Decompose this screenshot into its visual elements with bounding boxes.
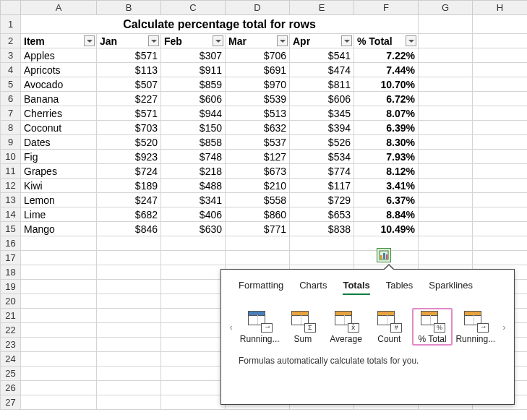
row-header[interactable]: 1 [1, 15, 21, 34]
table-row[interactable]: 5Avocado$507$859$970$81110.70% [1, 77, 528, 92]
cell-pct[interactable]: 7.44% [354, 63, 419, 77]
cell-mar[interactable]: $632 [226, 121, 290, 135]
cell-pct[interactable]: 8.84% [354, 207, 419, 222]
cell-item[interactable]: Lemon [21, 193, 97, 207]
cell-apr[interactable]: $541 [290, 48, 354, 63]
cell-apr[interactable]: $474 [290, 63, 354, 77]
row-header[interactable]: 24 [1, 352, 21, 367]
cell-apr[interactable]: $345 [290, 106, 354, 121]
row-header[interactable]: 19 [1, 280, 21, 294]
table-row[interactable]: 17 [1, 251, 528, 265]
cell-pct[interactable]: 10.49% [354, 222, 419, 236]
row-header[interactable]: 16 [1, 236, 21, 251]
scroll-right-button[interactable]: › [499, 322, 510, 333]
cell-mar[interactable]: $970 [226, 77, 290, 92]
row-header[interactable]: 4 [1, 63, 21, 77]
header-pct[interactable]: % Total [354, 34, 419, 48]
cell-mar[interactable]: $539 [226, 92, 290, 106]
option-pct-total[interactable]: % % Total [412, 308, 453, 346]
cell-item[interactable]: Kiwi [21, 179, 97, 193]
cell-feb[interactable]: $911 [161, 63, 226, 77]
col-header-H[interactable]: H [473, 1, 528, 15]
cell-apr[interactable]: $838 [290, 222, 354, 236]
row-header[interactable]: 8 [1, 121, 21, 135]
cell-feb[interactable]: $307 [161, 48, 226, 63]
row-header[interactable]: 23 [1, 338, 21, 352]
cell-feb[interactable]: $406 [161, 207, 226, 222]
tab-tables[interactable]: Tables [386, 280, 414, 295]
row-header[interactable]: 17 [1, 251, 21, 265]
cell-pct[interactable]: 7.93% [354, 150, 419, 164]
cell-item[interactable]: Grapes [21, 164, 97, 179]
cell-jan[interactable]: $520 [97, 135, 161, 150]
cell-apr[interactable]: $774 [290, 164, 354, 179]
table-row[interactable]: 3Apples$571$307$706$5417.22% [1, 48, 528, 63]
cell-pct[interactable]: 6.37% [354, 193, 419, 207]
row-header[interactable]: 3 [1, 48, 21, 63]
filter-button[interactable] [148, 35, 159, 46]
row-header[interactable]: 9 [1, 135, 21, 150]
cell-jan[interactable]: $571 [97, 48, 161, 63]
table-row[interactable]: 8Coconut$703$150$632$3946.39% [1, 121, 528, 135]
tab-sparklines[interactable]: Sparklines [429, 280, 473, 295]
col-header-A[interactable]: A [21, 1, 97, 15]
filter-button[interactable] [277, 35, 288, 46]
col-header-D[interactable]: D [226, 1, 290, 15]
row-header[interactable]: 15 [1, 222, 21, 236]
row-header[interactable]: 21 [1, 309, 21, 323]
header-jan[interactable]: Jan [97, 34, 161, 48]
cell-mar[interactable]: $691 [226, 63, 290, 77]
table-row[interactable]: 4Apricots$113$911$691$4747.44% [1, 63, 528, 77]
cell-item[interactable]: Avocado [21, 77, 97, 92]
cell-mar[interactable]: $537 [226, 135, 290, 150]
option-count[interactable]: # Count [369, 308, 409, 344]
cell-pct[interactable]: 8.12% [354, 164, 419, 179]
cell-apr[interactable]: $117 [290, 179, 354, 193]
cell-item[interactable]: Cherries [21, 106, 97, 121]
col-header-G[interactable]: G [419, 1, 473, 15]
cell-jan[interactable]: $923 [97, 150, 161, 164]
cell-item[interactable]: Fig [21, 150, 97, 164]
cell-jan[interactable]: $571 [97, 106, 161, 121]
row-header[interactable]: 5 [1, 77, 21, 92]
cell-feb[interactable]: $150 [161, 121, 226, 135]
filter-button[interactable] [213, 35, 223, 46]
cell-jan[interactable]: $189 [97, 179, 161, 193]
table-row[interactable]: 15Mango$846$630$771$83810.49% [1, 222, 528, 236]
header-apr[interactable]: Apr [290, 34, 354, 48]
option-running-total-2[interactable]: Running... [455, 308, 496, 344]
table-row[interactable]: 13Lemon$247$341$558$7296.37% [1, 193, 528, 207]
cell-jan[interactable]: $227 [97, 92, 161, 106]
filter-button[interactable] [406, 35, 416, 46]
cell-feb[interactable]: $858 [161, 135, 226, 150]
row-header[interactable]: 26 [1, 381, 21, 395]
tab-totals[interactable]: Totals [343, 280, 369, 295]
cell-mar[interactable]: $127 [226, 150, 290, 164]
option-sum[interactable]: Σ Sum [283, 308, 323, 344]
option-average[interactable]: x̄ Average [326, 308, 367, 344]
cell-apr[interactable]: $394 [290, 121, 354, 135]
table-row[interactable]: 6Banana$227$606$539$6066.72% [1, 92, 528, 106]
cell-apr[interactable]: $534 [290, 150, 354, 164]
cell-item[interactable]: Dates [21, 135, 97, 150]
cell-apr[interactable]: $729 [290, 193, 354, 207]
cell-mar[interactable]: $513 [226, 106, 290, 121]
cell-jan[interactable]: $682 [97, 207, 161, 222]
cell-pct[interactable]: 10.70% [354, 77, 419, 92]
cell-feb[interactable]: $606 [161, 92, 226, 106]
cell-item[interactable]: Mango [21, 222, 97, 236]
cell-apr[interactable]: $653 [290, 207, 354, 222]
row-header[interactable]: 22 [1, 323, 21, 338]
cell-jan[interactable]: $724 [97, 164, 161, 179]
option-running-total[interactable]: Running... [239, 308, 280, 344]
cell-mar[interactable]: $558 [226, 193, 290, 207]
col-header-E[interactable]: E [290, 1, 354, 15]
cell-jan[interactable]: $113 [97, 63, 161, 77]
cell-mar[interactable]: $706 [226, 48, 290, 63]
cell-pct[interactable]: 6.72% [354, 92, 419, 106]
cell-mar[interactable]: $771 [226, 222, 290, 236]
table-row[interactable]: 14Lime$682$406$860$6538.84% [1, 207, 528, 222]
row-header[interactable]: 6 [1, 92, 21, 106]
cell-jan[interactable]: $703 [97, 121, 161, 135]
cell-feb[interactable]: $859 [161, 77, 226, 92]
